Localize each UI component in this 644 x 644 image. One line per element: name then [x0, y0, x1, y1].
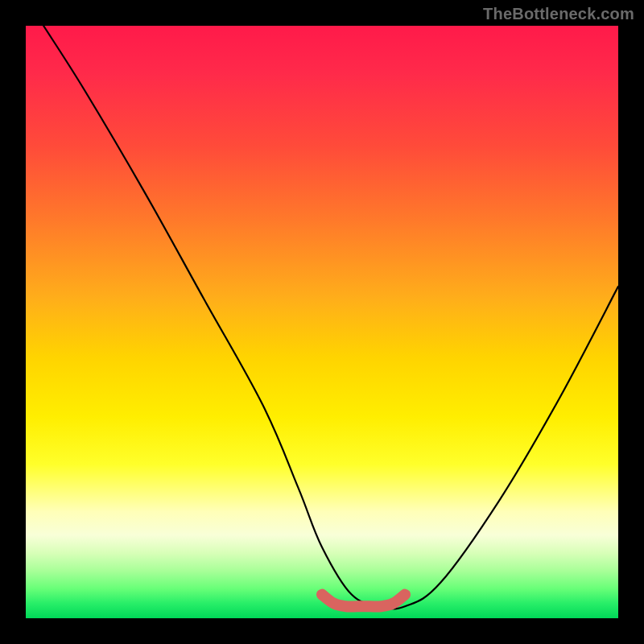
chart-svg	[26, 26, 618, 618]
bottleneck-curve	[43, 26, 618, 609]
optimal-range-marker	[322, 595, 405, 607]
plot-area	[26, 26, 618, 618]
chart-container: TheBottleneck.com	[0, 0, 644, 644]
watermark-text: TheBottleneck.com	[483, 5, 634, 23]
